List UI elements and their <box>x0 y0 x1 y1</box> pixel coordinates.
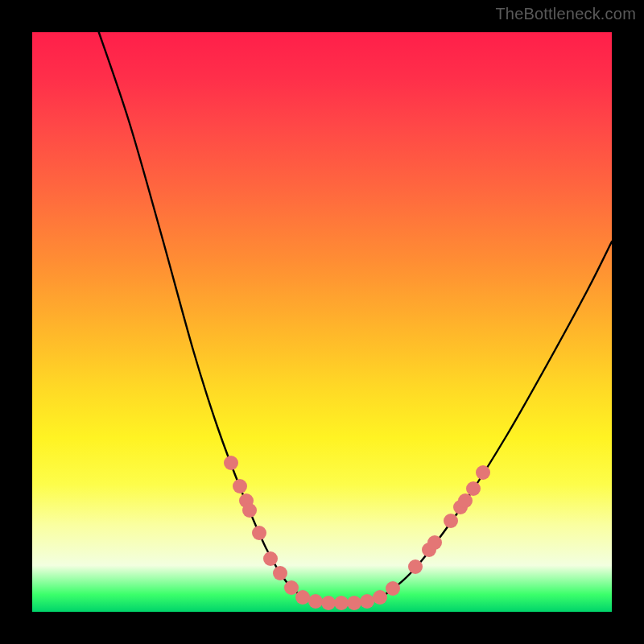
data-point <box>466 481 481 496</box>
data-point <box>233 479 247 493</box>
data-point <box>347 596 361 610</box>
data-point <box>242 503 257 518</box>
watermark-text: TheBottleneck.com <box>495 5 636 23</box>
data-point <box>252 526 266 540</box>
data-point <box>295 590 310 605</box>
data-point <box>444 514 458 528</box>
plot-area <box>32 32 612 612</box>
data-point <box>386 581 400 596</box>
data-point <box>427 535 442 550</box>
data-point <box>373 590 387 605</box>
data-point <box>360 594 374 609</box>
chart-frame: TheBottleneck.com <box>0 0 644 644</box>
data-point <box>321 596 336 610</box>
data-point <box>263 551 278 566</box>
v-curve-path <box>97 26 612 603</box>
bottleneck-curve <box>32 32 612 612</box>
data-point <box>334 596 349 610</box>
data-point <box>308 594 323 609</box>
data-point <box>273 566 287 580</box>
data-point <box>224 456 238 470</box>
data-point <box>408 559 423 574</box>
scatter-dots <box>224 456 490 610</box>
data-point <box>476 465 490 480</box>
data-point <box>284 580 299 595</box>
